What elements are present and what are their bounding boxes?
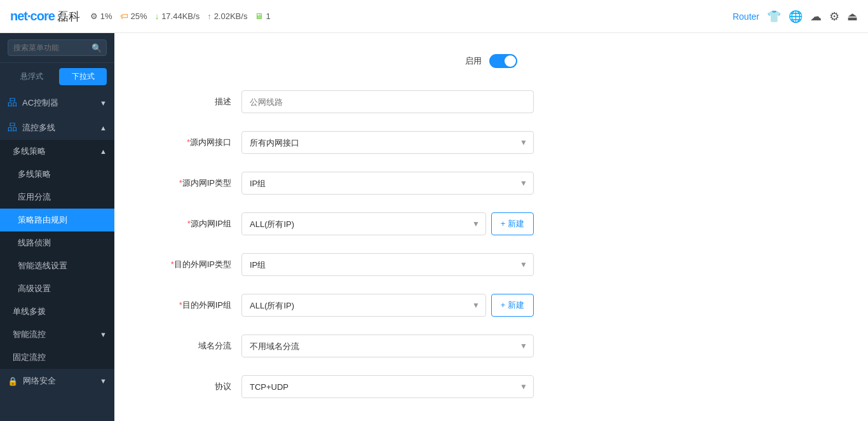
domain-shunt-select-wrap: 不用域名分流 启用域名分流 ▼ [241,335,534,357]
up-stat: ↑ 2.02KB/s [207,11,247,21]
src-iface-label: *源内网接口 [153,137,241,148]
toggle-slider [489,54,517,68]
network-security-arrow: ▼ [100,377,107,385]
tab-float[interactable]: 悬浮式 [8,68,55,85]
sidebar-search-wrap: 🔍 [8,39,107,56]
enable-row: 启用 [153,48,830,74]
src-ip-group-control: ALL(所有IP) ▼ + 新建 [241,212,534,235]
flow-multiline-label: 流控多线 [22,122,95,134]
domain-shunt-select[interactable]: 不用域名分流 启用域名分流 [241,335,534,357]
down-speed: 17.44KB/s [161,11,200,21]
dst-ip-type-select[interactable]: IP组 IP段 单IP [241,253,534,276]
network-security-label: 网络安全 [23,375,95,387]
cpu-value: 1% [100,11,112,21]
protocol-control: TCP+UDP TCP UDP ICMP ▼ [241,375,534,398]
topbar-left: net·core 磊科 ⚙ 1% 🏷 25% ↓ 17.44KB/s ↑ 2.0… [10,9,271,24]
dst-ip-type-control: IP组 IP段 单IP ▼ [241,253,534,276]
enable-label: 启用 [465,55,482,67]
domain-shunt-control: 不用域名分流 启用域名分流 ▼ [241,335,534,357]
src-ip-group-new-button[interactable]: + 新建 [491,212,534,235]
sidebar-tabs: 悬浮式 下拉式 [0,63,114,90]
settings-icon[interactable]: ⚙ [829,10,839,24]
main-layout: 🔍 悬浮式 下拉式 品 AC控制器 ▼ 品 流控多线 ▲ 多线策略 ▲ 多线 [0,33,868,421]
domain-shunt-row: 域名分流 不用域名分流 启用域名分流 ▼ [153,333,830,359]
screen-stat: 🖥 1 [255,11,270,21]
src-ip-group-select[interactable]: ALL(所有IP) [241,212,486,235]
logo-main: net·core [10,9,55,24]
globe-icon[interactable]: 🌐 [789,10,803,24]
screen-icon: 🖥 [255,11,263,21]
sidebar-subgroup-smart-flow[interactable]: 智能流控 ▼ [0,323,114,346]
sidebar-item-policy-list[interactable]: 多线策略 [0,163,114,186]
dst-ip-group-label: *目的外网IP组 [153,300,241,311]
desc-control [241,90,534,113]
dst-ip-type-label: *目的外网IP类型 [153,259,241,270]
src-iface-control: 所有内网接口 LAN1 LAN2 ▼ [241,131,534,154]
src-ip-group-select-wrap: ALL(所有IP) ▼ [241,212,486,235]
mem-stat: 🏷 25% [120,11,147,21]
protocol-select[interactable]: TCP+UDP TCP UDP ICMP [241,375,534,398]
logout-icon[interactable]: ⏏ [847,10,858,24]
router-link[interactable]: Router [733,11,759,22]
flow-multiline-icon: 品 [8,121,17,134]
protocol-row: 协议 TCP+UDP TCP UDP ICMP ▼ [153,374,830,399]
src-ip-type-control: IP组 IP段 单IP ▼ [241,172,534,195]
sidebar-item-app-shunt[interactable]: 应用分流 [0,186,114,209]
flow-multiline-submenu: 多线策略 ▲ 多线策略 应用分流 策略路由规则 线路侦测 智能选线设置 高级设置… [0,140,114,369]
sidebar-item-smart-line[interactable]: 智能选线设置 [0,254,114,277]
down-stat: ↓ 17.44KB/s [155,11,200,21]
network-security-icon: 🔒 [8,376,18,386]
sidebar-item-line-detect[interactable]: 线路侦测 [0,231,114,254]
sidebar-item-ac-controller[interactable]: 品 AC控制器 ▼ [0,90,114,115]
desc-row: 描述 [153,89,830,114]
ac-controller-icon: 品 [8,97,17,109]
dst-ip-group-control: ALL(所有IP) ▼ + 新建 [241,294,534,317]
dst-ip-group-row: *目的外网IP组 ALL(所有IP) ▼ + 新建 [153,293,830,318]
domain-shunt-label: 域名分流 [153,340,241,352]
dst-ip-type-select-wrap: IP组 IP段 单IP ▼ [241,253,534,276]
up-speed: 2.02KB/s [214,11,248,21]
src-ip-type-row: *源内网IP类型 IP组 IP段 单IP ▼ [153,170,830,196]
sidebar-subgroup-multi-policy[interactable]: 多线策略 ▲ [0,140,114,163]
multi-policy-items: 多线策略 应用分流 策略路由规则 线路侦测 智能选线设置 高级设置 [0,163,114,300]
logo: net·core 磊科 [10,9,80,24]
desc-label: 描述 [153,96,241,107]
src-ip-type-select[interactable]: IP组 IP段 单IP [241,172,534,195]
dst-ip-group-select[interactable]: ALL(所有IP) [241,294,486,317]
single-multi-dial-label: 单线多拨 [13,306,107,317]
ac-controller-label: AC控制器 [22,97,95,109]
mem-icon: 🏷 [120,11,128,21]
enable-toggle[interactable] [489,54,517,68]
src-iface-select[interactable]: 所有内网接口 LAN1 LAN2 [241,131,534,154]
topbar-right: Router 👕 🌐 ☁ ⚙ ⏏ [733,10,858,24]
dst-ip-group-new-button[interactable]: + 新建 [491,294,534,317]
logo-sub: 磊科 [57,9,80,24]
sidebar-item-advanced[interactable]: 高级设置 [0,277,114,300]
sidebar-item-network-security[interactable]: 🔒 网络安全 ▼ [0,369,114,393]
content-area: 启用 描述 *源内网接口 所有内网接口 LAN1 [114,33,868,421]
down-arrow-icon: ↓ [155,11,159,21]
smart-flow-label: 智能流控 [13,329,96,340]
search-icon: 🔍 [92,43,102,53]
src-ip-group-label: *源内网IP组 [153,218,241,230]
src-ip-group-row: *源内网IP组 ALL(所有IP) ▼ + 新建 [153,211,830,237]
sidebar-item-flow-multiline[interactable]: 品 流控多线 ▲ [0,115,114,140]
fixed-flow-label: 固定流控 [13,352,107,363]
protocol-select-wrap: TCP+UDP TCP UDP ICMP ▼ [241,375,534,398]
src-iface-row: *源内网接口 所有内网接口 LAN1 LAN2 ▼ [153,130,830,155]
sidebar: 🔍 悬浮式 下拉式 品 AC控制器 ▼ 品 流控多线 ▲ 多线策略 ▲ 多线 [0,33,114,421]
smart-flow-arrow: ▼ [100,331,107,338]
shirt-icon[interactable]: 👕 [767,10,781,24]
src-iface-select-wrap: 所有内网接口 LAN1 LAN2 ▼ [241,131,534,154]
src-ip-type-label: *源内网IP类型 [153,177,241,189]
dst-ip-type-row: *目的外网IP类型 IP组 IP段 单IP ▼ [153,252,830,277]
cloud-icon[interactable]: ☁ [810,10,822,24]
sidebar-item-policy-route[interactable]: 策略路由规则 [0,209,114,231]
cpu-stat: ⚙ 1% [90,11,112,21]
sidebar-subgroup-single-multi-dial[interactable]: 单线多拨 [0,300,114,323]
protocol-label: 协议 [153,381,241,392]
tab-dropdown[interactable]: 下拉式 [59,68,107,85]
screen-count: 1 [266,11,270,21]
sidebar-subgroup-fixed-flow[interactable]: 固定流控 [0,346,114,369]
desc-input[interactable] [241,90,534,113]
